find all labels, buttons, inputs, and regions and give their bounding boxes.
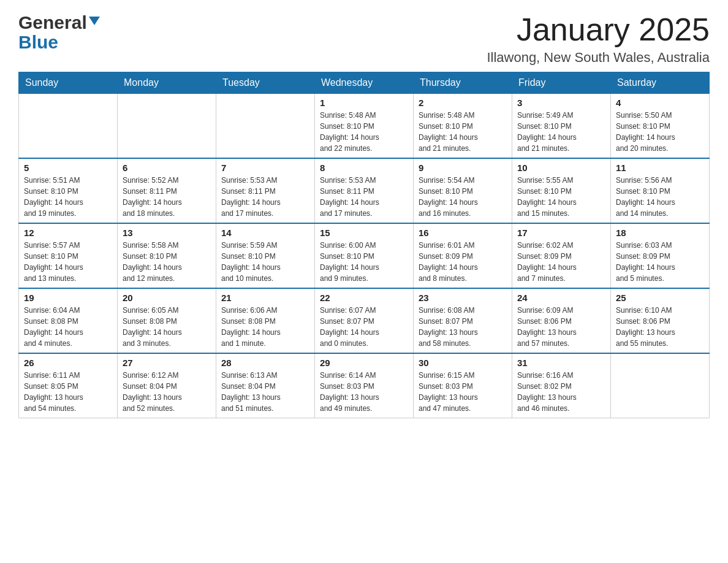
day-info: Sunrise: 5:53 AMSunset: 8:11 PMDaylight:… xyxy=(221,175,309,219)
day-number: 20 xyxy=(123,293,211,303)
calendar-week-4: 19Sunrise: 6:04 AMSunset: 8:08 PMDayligh… xyxy=(19,288,710,353)
day-number: 9 xyxy=(419,163,507,173)
day-number: 4 xyxy=(616,98,704,108)
day-info: Sunrise: 6:05 AMSunset: 8:08 PMDaylight:… xyxy=(123,305,211,349)
logo: General Blue xyxy=(18,12,100,53)
day-number: 15 xyxy=(320,228,408,238)
logo-arrow-icon xyxy=(89,17,100,30)
calendar-day-20: 20Sunrise: 6:05 AMSunset: 8:08 PMDayligh… xyxy=(118,288,216,353)
day-info: Sunrise: 6:01 AMSunset: 8:09 PMDaylight:… xyxy=(419,240,507,284)
day-number: 8 xyxy=(320,163,408,173)
logo-blue-text: Blue xyxy=(18,32,58,53)
calendar-day-19: 19Sunrise: 6:04 AMSunset: 8:08 PMDayligh… xyxy=(19,288,118,353)
calendar-day-11: 11Sunrise: 5:56 AMSunset: 8:10 PMDayligh… xyxy=(611,158,710,223)
day-info: Sunrise: 5:55 AMSunset: 8:10 PMDaylight:… xyxy=(517,175,605,219)
calendar-day-4: 4Sunrise: 5:50 AMSunset: 8:10 PMDaylight… xyxy=(611,94,710,159)
calendar-empty-cell xyxy=(118,94,216,159)
day-number: 14 xyxy=(221,228,309,238)
calendar-day-7: 7Sunrise: 5:53 AMSunset: 8:11 PMDaylight… xyxy=(216,158,315,223)
day-number: 27 xyxy=(123,358,211,368)
calendar-empty-cell xyxy=(216,94,315,159)
day-number: 18 xyxy=(616,228,704,238)
day-info: Sunrise: 6:00 AMSunset: 8:10 PMDaylight:… xyxy=(320,240,408,284)
day-number: 28 xyxy=(221,358,309,368)
day-info: Sunrise: 5:49 AMSunset: 8:10 PMDaylight:… xyxy=(517,110,605,154)
calendar-day-21: 21Sunrise: 6:06 AMSunset: 8:08 PMDayligh… xyxy=(216,288,315,353)
calendar-week-1: 1Sunrise: 5:48 AMSunset: 8:10 PMDaylight… xyxy=(19,94,710,159)
calendar-day-22: 22Sunrise: 6:07 AMSunset: 8:07 PMDayligh… xyxy=(315,288,414,353)
header-saturday: Saturday xyxy=(611,72,710,94)
day-info: Sunrise: 5:53 AMSunset: 8:11 PMDaylight:… xyxy=(320,175,408,219)
day-info: Sunrise: 6:11 AMSunset: 8:05 PMDaylight:… xyxy=(24,370,112,414)
page-header: General Blue January 2025 Illawong, New … xyxy=(18,12,710,66)
day-number: 10 xyxy=(517,163,605,173)
calendar-empty-cell xyxy=(611,353,710,418)
calendar-day-25: 25Sunrise: 6:10 AMSunset: 8:06 PMDayligh… xyxy=(611,288,710,353)
header-monday: Monday xyxy=(118,72,216,94)
day-number: 13 xyxy=(123,228,211,238)
day-number: 31 xyxy=(517,358,605,368)
calendar-week-2: 5Sunrise: 5:51 AMSunset: 8:10 PMDaylight… xyxy=(19,158,710,223)
calendar-day-6: 6Sunrise: 5:52 AMSunset: 8:11 PMDaylight… xyxy=(118,158,216,223)
day-info: Sunrise: 6:02 AMSunset: 8:09 PMDaylight:… xyxy=(517,240,605,284)
day-info: Sunrise: 6:15 AMSunset: 8:03 PMDaylight:… xyxy=(419,370,507,414)
calendar-day-28: 28Sunrise: 6:13 AMSunset: 8:04 PMDayligh… xyxy=(216,353,315,418)
day-number: 12 xyxy=(24,228,112,238)
calendar-day-10: 10Sunrise: 5:55 AMSunset: 8:10 PMDayligh… xyxy=(512,158,611,223)
calendar-day-27: 27Sunrise: 6:12 AMSunset: 8:04 PMDayligh… xyxy=(118,353,216,418)
day-number: 11 xyxy=(616,163,704,173)
calendar-day-26: 26Sunrise: 6:11 AMSunset: 8:05 PMDayligh… xyxy=(19,353,118,418)
day-number: 24 xyxy=(517,293,605,303)
day-info: Sunrise: 5:52 AMSunset: 8:11 PMDaylight:… xyxy=(123,175,211,219)
calendar-day-24: 24Sunrise: 6:09 AMSunset: 8:06 PMDayligh… xyxy=(512,288,611,353)
logo-general-text: General xyxy=(18,12,87,33)
day-info: Sunrise: 6:03 AMSunset: 8:09 PMDaylight:… xyxy=(616,240,704,284)
header-friday: Friday xyxy=(512,72,611,94)
day-number: 25 xyxy=(616,293,704,303)
day-number: 21 xyxy=(221,293,309,303)
day-number: 23 xyxy=(419,293,507,303)
day-number: 6 xyxy=(123,163,211,173)
header-tuesday: Tuesday xyxy=(216,72,315,94)
day-number: 26 xyxy=(24,358,112,368)
day-info: Sunrise: 5:50 AMSunset: 8:10 PMDaylight:… xyxy=(616,110,704,154)
day-info: Sunrise: 6:07 AMSunset: 8:07 PMDaylight:… xyxy=(320,305,408,349)
day-info: Sunrise: 6:09 AMSunset: 8:06 PMDaylight:… xyxy=(517,305,605,349)
day-info: Sunrise: 5:56 AMSunset: 8:10 PMDaylight:… xyxy=(616,175,704,219)
day-info: Sunrise: 6:04 AMSunset: 8:08 PMDaylight:… xyxy=(24,305,112,349)
day-number: 29 xyxy=(320,358,408,368)
day-info: Sunrise: 6:16 AMSunset: 8:02 PMDaylight:… xyxy=(517,370,605,414)
calendar-header-row: SundayMondayTuesdayWednesdayThursdayFrid… xyxy=(19,72,710,94)
calendar-day-8: 8Sunrise: 5:53 AMSunset: 8:11 PMDaylight… xyxy=(315,158,414,223)
day-info: Sunrise: 6:10 AMSunset: 8:06 PMDaylight:… xyxy=(616,305,704,349)
calendar-day-18: 18Sunrise: 6:03 AMSunset: 8:09 PMDayligh… xyxy=(611,223,710,288)
calendar-day-12: 12Sunrise: 5:57 AMSunset: 8:10 PMDayligh… xyxy=(19,223,118,288)
day-info: Sunrise: 5:58 AMSunset: 8:10 PMDaylight:… xyxy=(123,240,211,284)
calendar-day-16: 16Sunrise: 6:01 AMSunset: 8:09 PMDayligh… xyxy=(414,223,512,288)
day-number: 1 xyxy=(320,98,408,108)
day-info: Sunrise: 6:06 AMSunset: 8:08 PMDaylight:… xyxy=(221,305,309,349)
calendar-day-29: 29Sunrise: 6:14 AMSunset: 8:03 PMDayligh… xyxy=(315,353,414,418)
calendar-day-15: 15Sunrise: 6:00 AMSunset: 8:10 PMDayligh… xyxy=(315,223,414,288)
day-number: 17 xyxy=(517,228,605,238)
day-number: 19 xyxy=(24,293,112,303)
header-wednesday: Wednesday xyxy=(315,72,414,94)
day-info: Sunrise: 5:57 AMSunset: 8:10 PMDaylight:… xyxy=(24,240,112,284)
calendar-week-5: 26Sunrise: 6:11 AMSunset: 8:05 PMDayligh… xyxy=(19,353,710,418)
calendar-day-1: 1Sunrise: 5:48 AMSunset: 8:10 PMDaylight… xyxy=(315,94,414,159)
svg-marker-0 xyxy=(89,17,100,25)
day-info: Sunrise: 5:48 AMSunset: 8:10 PMDaylight:… xyxy=(419,110,507,154)
day-info: Sunrise: 6:14 AMSunset: 8:03 PMDaylight:… xyxy=(320,370,408,414)
calendar-day-2: 2Sunrise: 5:48 AMSunset: 8:10 PMDaylight… xyxy=(414,94,512,159)
header-thursday: Thursday xyxy=(414,72,512,94)
calendar-day-14: 14Sunrise: 5:59 AMSunset: 8:10 PMDayligh… xyxy=(216,223,315,288)
day-info: Sunrise: 6:12 AMSunset: 8:04 PMDaylight:… xyxy=(123,370,211,414)
day-info: Sunrise: 5:51 AMSunset: 8:10 PMDaylight:… xyxy=(24,175,112,219)
calendar-week-3: 12Sunrise: 5:57 AMSunset: 8:10 PMDayligh… xyxy=(19,223,710,288)
day-number: 16 xyxy=(419,228,507,238)
calendar-day-5: 5Sunrise: 5:51 AMSunset: 8:10 PMDaylight… xyxy=(19,158,118,223)
calendar-day-17: 17Sunrise: 6:02 AMSunset: 8:09 PMDayligh… xyxy=(512,223,611,288)
calendar-empty-cell xyxy=(19,94,118,159)
day-info: Sunrise: 5:48 AMSunset: 8:10 PMDaylight:… xyxy=(320,110,408,154)
header-sunday: Sunday xyxy=(19,72,118,94)
